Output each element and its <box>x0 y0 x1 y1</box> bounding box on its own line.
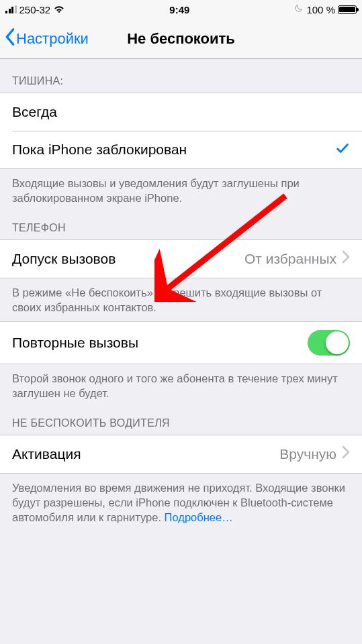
silence-group: Всегда Пока iPhone заблокирован <box>0 93 362 169</box>
allow-calls-footer: В режиме «Не беспокоить» разрешить входя… <box>0 278 362 322</box>
allow-calls-value: От избранных <box>244 251 336 267</box>
section-header-silence: ТИШИНА: <box>0 59 362 93</box>
battery-icon <box>338 5 357 14</box>
silence-locked-row[interactable]: Пока iPhone заблокирован <box>0 131 362 168</box>
repeated-calls-group: Повторные вызовы <box>0 321 362 364</box>
status-right: 100 % <box>293 3 357 15</box>
repeated-calls-row[interactable]: Повторные вызовы <box>0 322 362 364</box>
silence-footer: Входящие вызовы и уведомления будут загл… <box>0 169 362 213</box>
silence-always-label: Всегда <box>12 104 350 120</box>
chevron-right-icon <box>342 445 350 462</box>
activation-label: Активация <box>12 446 279 462</box>
chevron-left-icon <box>4 28 16 50</box>
repeated-calls-footer: Второй звонок одного и того же абонента … <box>0 364 362 408</box>
driving-footer: Уведомления во время движения не приходя… <box>0 474 362 532</box>
moon-icon <box>293 3 304 15</box>
chevron-right-icon <box>342 250 350 267</box>
silence-locked-label: Пока iPhone заблокирован <box>12 142 335 158</box>
nav-bar: Настройки Не беспокоить <box>0 19 362 59</box>
section-header-driving: НЕ БЕСПОКОИТЬ ВОДИТЕЛЯ <box>0 408 362 435</box>
status-time: 9:49 <box>169 4 189 15</box>
status-bar: 250-32 9:49 100 % <box>0 0 362 19</box>
section-header-phone: ТЕЛЕФОН <box>0 213 362 239</box>
allow-calls-label: Допуск вызовов <box>12 251 244 267</box>
repeated-calls-switch[interactable] <box>308 330 350 356</box>
signal-icon <box>5 5 17 13</box>
driving-more-link[interactable]: Подробнее… <box>165 511 233 523</box>
wifi-icon <box>53 4 65 15</box>
battery-percent: 100 % <box>306 4 335 15</box>
back-button[interactable]: Настройки <box>4 28 89 50</box>
allow-calls-group: Допуск вызовов От избранных <box>0 239 362 278</box>
back-label: Настройки <box>16 30 89 48</box>
page-title: Не беспокоить <box>127 30 235 48</box>
carrier-label: 250-32 <box>19 4 51 15</box>
checkmark-icon <box>335 141 350 159</box>
status-left: 250-32 <box>5 4 65 15</box>
activation-value: Вручную <box>279 446 336 462</box>
driving-group: Активация Вручную <box>0 435 362 474</box>
activation-row[interactable]: Активация Вручную <box>0 435 362 473</box>
silence-always-row[interactable]: Всегда <box>0 93 362 131</box>
repeated-calls-label: Повторные вызовы <box>12 335 308 351</box>
allow-calls-row[interactable]: Допуск вызовов От избранных <box>0 240 362 278</box>
